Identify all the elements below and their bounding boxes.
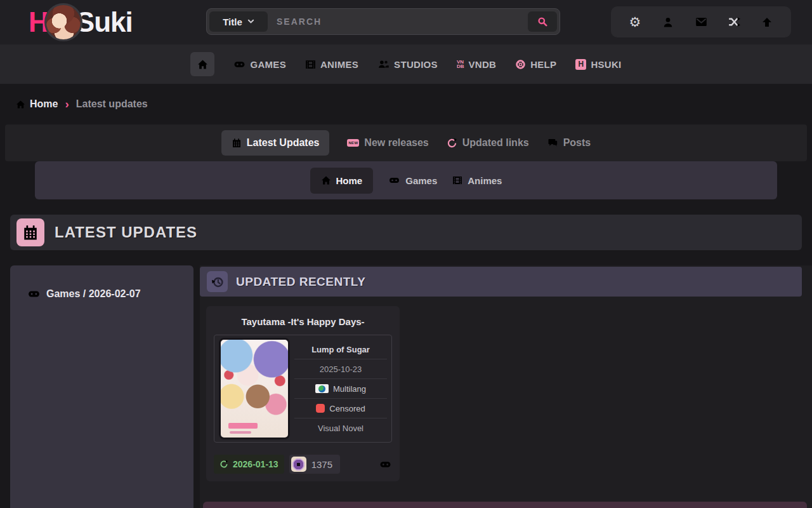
nav-label: HELP (530, 59, 556, 70)
tab-label: New releases (364, 137, 428, 149)
home-icon (321, 175, 331, 185)
header-action-toolbar: ⚙ (611, 6, 791, 37)
site-logo[interactable]: H Suki (29, 4, 133, 40)
nav-label: STUDIOS (394, 59, 438, 70)
game-card: Tayutama -It's Happy Days- Lump of Sugar… (206, 306, 400, 481)
gamepad-icon (388, 175, 400, 185)
views-badge[interactable]: 1375 (289, 455, 340, 474)
search-category-value: Title (223, 17, 242, 27)
user-icon[interactable] (660, 17, 676, 28)
subtab-animes[interactable]: Animes (452, 175, 502, 186)
refresh-icon (219, 460, 228, 469)
chevron-right-icon: › (65, 98, 69, 110)
nav-label: GAMES (250, 59, 286, 70)
logo-text-suki: Suki (76, 6, 133, 38)
gear-icon[interactable]: ⚙ (627, 15, 643, 29)
last-update-date: 2026-01-13 (233, 459, 278, 469)
release-date: 2025-10-23 (294, 359, 387, 378)
logo-avatar-icon (44, 3, 82, 41)
life-ring-icon (515, 59, 526, 70)
censorship-row: Censored (294, 398, 387, 418)
updated-recently-header: UPDATED RECENTLY (200, 267, 802, 297)
search-category-select[interactable]: Title (209, 11, 268, 32)
gamepad-icon (27, 288, 41, 300)
breadcrumb-home-link[interactable]: Home (16, 98, 58, 110)
game-info-list: Lump of Sugar 2025-10-23 Multilang Censo… (294, 340, 387, 438)
nav-item-games[interactable]: GAMES (233, 59, 286, 70)
main-navigation: GAMES ANIMES STUDIOS VNDB VNDB HELP H HS… (0, 44, 812, 84)
censored-badge-icon (316, 404, 325, 413)
censorship-label: Censored (329, 404, 365, 413)
gamepad-icon (233, 59, 246, 70)
chevron-down-icon (247, 19, 254, 24)
game-card-footer: 2026-01-13 1375 (214, 455, 392, 474)
tab-posts[interactable]: Posts (547, 137, 591, 149)
page-title: LATEST UPDATES (55, 224, 197, 241)
subtab-home[interactable]: Home (310, 168, 374, 194)
tab-label: Updated links (462, 137, 529, 149)
game-cover-image[interactable] (219, 338, 290, 439)
refresh-icon (447, 138, 457, 149)
calendar-icon (232, 138, 242, 148)
cover-subtitle-art (230, 431, 251, 434)
game-title-link[interactable]: Tayutama -It's Happy Days- (206, 306, 400, 327)
film-icon (452, 175, 462, 185)
calendar-icon (16, 218, 44, 246)
mail-icon[interactable] (693, 16, 709, 28)
nav-item-studios[interactable]: STUDIOS (377, 59, 438, 70)
new-badge-icon: NEW (347, 139, 359, 147)
gamepad-icon (379, 459, 392, 470)
last-update-badge: 2026-01-13 (214, 455, 284, 474)
nav-item-animes[interactable]: ANIMES (305, 59, 358, 70)
main-content: UPDATED RECENTLY Tayutama -It's Happy Da… (200, 265, 812, 508)
home-icon (16, 100, 25, 109)
sidebar-group-heading[interactable]: Games / 2026-02-07 (10, 265, 193, 300)
film-icon (305, 59, 316, 70)
subtab-label: Games (405, 175, 437, 186)
globe-flag-icon (315, 384, 329, 393)
search-bar: Title (206, 8, 560, 35)
studio-link[interactable]: Lump of Sugar (294, 340, 387, 359)
search-icon (537, 17, 547, 27)
section-heading: LATEST UPDATES (10, 215, 802, 250)
updates-tab-bar: Latest Updates NEW New releases Updated … (5, 124, 807, 161)
tab-new-releases[interactable]: NEW New releases (347, 137, 428, 149)
breadcrumb: Home › Latest updates (16, 95, 148, 113)
home-icon (197, 59, 208, 70)
breadcrumb-home-label: Home (30, 98, 58, 110)
nav-label: HSUKI (591, 59, 621, 70)
tab-label: Posts (563, 137, 591, 149)
subtab-label: Home (336, 175, 363, 186)
nav-item-hsuki[interactable]: H HSUKI (575, 59, 621, 70)
sidebar-group-label: Games / 2026-02-07 (46, 288, 141, 300)
genre-label: Visual Novel (294, 418, 387, 438)
nav-label: ANIMES (320, 59, 358, 70)
history-icon (207, 271, 228, 292)
shuffle-icon[interactable] (726, 16, 742, 28)
tab-label: Latest Updates (247, 137, 320, 149)
arrow-up-icon[interactable] (759, 17, 775, 28)
comments-icon (547, 138, 558, 148)
content-filter-bar: Home Games Animes (35, 161, 777, 199)
views-count: 1375 (311, 459, 332, 470)
game-card-body: Lump of Sugar 2025-10-23 Multilang Censo… (214, 335, 392, 443)
subtab-games[interactable]: Games (388, 175, 437, 186)
uploader-avatar (291, 457, 306, 472)
breadcrumb-current: Latest updates (76, 98, 148, 110)
cover-title-art (228, 423, 258, 429)
tab-latest-updates[interactable]: Latest Updates (221, 130, 330, 156)
subtab-label: Animes (468, 175, 502, 186)
nav-label: VNDB (468, 59, 496, 70)
top-header: H Suki Title ⚙ (0, 0, 812, 44)
search-input[interactable] (268, 11, 528, 32)
nav-home-button[interactable] (190, 52, 214, 76)
h-square-icon: H (575, 59, 586, 70)
users-icon (377, 59, 390, 70)
tab-updated-links[interactable]: Updated links (447, 137, 529, 149)
nav-item-vndb[interactable]: VNDB VNDB (457, 59, 496, 70)
next-section-header-partial (203, 502, 807, 508)
panel-title: UPDATED RECENTLY (236, 275, 365, 289)
sidebar-panel: Games / 2026-02-07 (10, 265, 193, 508)
search-button[interactable] (528, 11, 557, 32)
nav-item-help[interactable]: HELP (515, 59, 556, 70)
